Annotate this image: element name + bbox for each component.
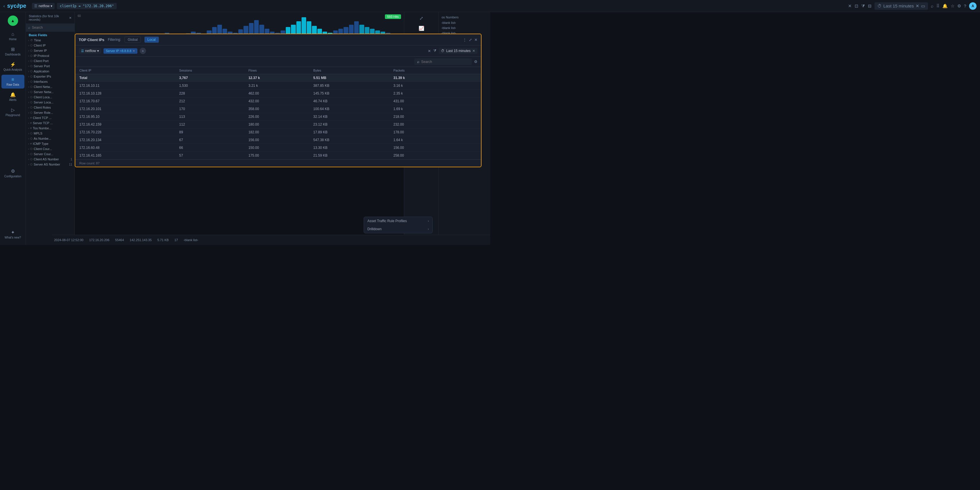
col-client-ip[interactable]: Client IP (75, 67, 175, 74)
field-item-client-tcp[interactable]: › # Client TCP ... (26, 115, 75, 121)
table-row[interactable]: 172.16.10.11 1,530 3.21 k 387.85 KB 3.16… (75, 82, 481, 90)
cm-drilldown-arrow: › (428, 227, 429, 231)
table-row[interactable]: 172.16.20.134 67 156.00 547.38 KB 1.64 k (75, 136, 481, 144)
field-item-application[interactable]: › ⬡ Application (26, 69, 75, 74)
table-row[interactable]: 172.16.70.228 89 182.00 17.89 KB 178.00 (75, 129, 481, 136)
sidebar-item-configuration[interactable]: ⚙ Configuration (2, 166, 24, 180)
maximize-icon[interactable]: ⤢ (469, 38, 472, 42)
filter-global-btn[interactable]: Global (124, 37, 141, 43)
expand-icon[interactable]: ⤢ (418, 14, 424, 22)
field-item-server-tcp[interactable]: › # Server TCP ... (26, 121, 75, 126)
raw-data-icon: ≡ (11, 77, 14, 82)
chevron-down-icon: ▾ (51, 4, 52, 8)
field-item-time[interactable]: › ⏱ Time (26, 38, 75, 43)
fields-panel-header: Statistics (for first 10k records) ✕ (26, 12, 75, 24)
query-display[interactable]: clientIp = "172.16.20.206" (57, 3, 117, 9)
field-item-exporter-ips[interactable]: › ⬡ Exporter IPs (26, 74, 75, 79)
filter-tag-remove[interactable]: ✕ (132, 49, 135, 53)
cm-drilldown[interactable]: Drilldown › (364, 225, 432, 233)
sidebar: ▲ ⌂ Home ⊞ Dashboards ⚡ Quick Analysis ≡… (0, 12, 26, 245)
fields-search-input[interactable] (32, 25, 72, 30)
field-item-server-netw[interactable]: › ⬡ Server Netw... (26, 89, 75, 95)
time-range-display[interactable]: ⏱ Last 15 minutes ✕ (439, 48, 477, 54)
cm-arrow-icon: › (428, 219, 429, 223)
hits-badge: 593 Hits (385, 14, 401, 19)
field-item-client-loca[interactable]: › ⬡ Client Loca... (26, 95, 75, 100)
fields-panel-close[interactable]: ✕ (69, 16, 72, 20)
field-item-server-ip[interactable]: › ⬡ Server IP (26, 48, 75, 53)
right-list-item-1[interactable]: ‹blank list› (440, 20, 489, 25)
sidebar-item-quick-analysis[interactable]: ⚡ Quick Analysis (2, 59, 24, 73)
right-list-item-2[interactable]: ‹blank list› (440, 25, 489, 30)
field-item-client-port[interactable]: › ⬡ Client Port (26, 58, 75, 64)
field-item-client-roles[interactable]: › ⬡ Client Roles (26, 105, 75, 110)
field-item-client-as[interactable]: › ⬡ Client AS Number 1 (26, 157, 75, 162)
sidebar-logo: ▲ (8, 16, 18, 26)
field-item-as-number[interactable]: › ⬡ As Numbe... (26, 136, 75, 141)
field-item-ip-protocol[interactable]: › ⬡ IP Protocol (26, 53, 75, 58)
field-item-client-cour[interactable]: › ⬡ Client Cour... (26, 146, 75, 151)
popup-close-icon[interactable]: ✕ (474, 38, 477, 42)
field-item-mpls[interactable]: › ⬡ MPLS (26, 131, 75, 136)
table-row[interactable]: 172.16.70.67 212 432.00 46.74 KB 431.00 (75, 97, 481, 105)
table-total-row: Total 3,767 12.37 k 5.51 MB 31.39 k (75, 74, 481, 82)
tcp-table: Client IP Sessions Flows Bytes Packets T… (75, 67, 481, 159)
field-item-server-as[interactable]: › ⬡ Server AS Number 11 (26, 162, 75, 167)
quick-analysis-icon: ⚡ (10, 62, 16, 67)
filter-local-btn[interactable]: Local (144, 37, 159, 43)
field-item-tos[interactable]: › # Tos Numbe... (26, 126, 75, 131)
table-settings-icon[interactable]: ⚙ (474, 59, 477, 64)
field-item-client-ip[interactable]: › ⬡ Client IP (26, 43, 75, 48)
field-item-server-role[interactable]: › ⬡ Server Role... (26, 110, 75, 115)
sidebar-item-raw-data[interactable]: ≡ Raw Data (2, 75, 24, 89)
cm-asset-traffic[interactable]: Asset Traffic Rule Profiles › (364, 217, 432, 225)
tcp-header-right: ⋮ ⤢ ✕ (463, 38, 477, 42)
tcp-search-input[interactable] (421, 60, 469, 64)
time-range-clear[interactable]: ✕ (473, 49, 475, 53)
chart-icon[interactable]: 📈 (417, 24, 425, 32)
back-arrow[interactable]: ‹ (3, 4, 5, 8)
sidebar-item-whats-new[interactable]: ✦ What's new? (2, 228, 24, 242)
col-flows[interactable]: Flows (244, 67, 309, 74)
sidebar-item-dashboards[interactable]: ⊞ Dashboards (2, 44, 24, 58)
col-bytes[interactable]: Bytes (309, 67, 390, 74)
add-filter-button[interactable]: + (140, 48, 146, 54)
fields-search-box: ⌕ (26, 24, 75, 32)
field-item-icmp-type[interactable]: › # ICMP Type (26, 141, 75, 146)
filter-tag-server-ip: Server IP =8.8.8.8 ✕ (103, 48, 137, 54)
clear-toolbar-icon[interactable]: ✕ (428, 49, 431, 53)
source-selector[interactable]: ☰ netflow ▾ (32, 3, 55, 9)
table-row[interactable]: 172.16.60.48 66 150.00 13.30 KB 156.00 (75, 144, 481, 152)
main-content: Statistics (for first 10k records) ✕ ⌕ B… (26, 12, 490, 245)
kebab-menu-icon[interactable]: ⋮ (463, 38, 466, 42)
star-icon: ✦ (11, 230, 15, 235)
col-packets[interactable]: Packets (389, 67, 454, 74)
time-clock-icon: ⏱ (441, 49, 444, 53)
source-dropdown[interactable]: ☰ netflow ▾ (79, 48, 101, 54)
filter-toolbar-icon[interactable]: ⧩ (433, 49, 436, 53)
tcp-footer: Row count: 87 (75, 159, 481, 167)
table-row[interactable]: 172.16.20.101 170 358.00 100.64 KB 1.69 … (75, 105, 481, 113)
table-row[interactable]: 172.16.10.128 228 462.00 145.75 KB 2.35 … (75, 90, 481, 97)
dashboards-icon: ⊞ (11, 46, 15, 52)
field-item-server-cour[interactable]: › ⬡ Server Cour... (26, 151, 75, 157)
sidebar-item-playground[interactable]: ▷ Playground (2, 105, 24, 119)
fields-panel: Statistics (for first 10k records) ✕ ⌕ B… (26, 12, 75, 245)
sidebar-item-alerts[interactable]: 🔔 Alerts (2, 90, 24, 104)
field-item-server-port[interactable]: › ⬡ Server Port (26, 64, 75, 69)
source-type-icon: ☰ (81, 49, 84, 53)
sidebar-item-home[interactable]: ⌂ Home (2, 29, 24, 43)
top-clients-popup: TOP Client IPs Filtering: Global Local ⋮… (75, 33, 482, 167)
table-row[interactable]: 172.16.42.159 112 180.00 23.12 KB 232.00 (75, 121, 481, 129)
field-item-client-netw[interactable]: › ⬡ Client Netw... (26, 84, 75, 89)
col-sessions[interactable]: Sessions (175, 67, 244, 74)
source-icon: ☰ (34, 4, 37, 8)
basic-fields-header: Basic Fields (26, 32, 75, 38)
tcp-search-box: ⌕ (414, 58, 472, 65)
field-item-server-loca[interactable]: › ⬡ Server Loca... (26, 100, 75, 105)
field-item-interfaces[interactable]: › ⬡ Interfaces (26, 79, 75, 84)
context-menu: Asset Traffic Rule Profiles › Drilldown … (364, 217, 433, 233)
table-row[interactable]: 172.16.41.165 57 175.00 21.59 KB 258.00 (75, 152, 481, 159)
table-row[interactable]: 172.16.95.10 113 226.00 32.14 KB 218.00 (75, 113, 481, 121)
search-icon: ⌕ (417, 59, 419, 64)
